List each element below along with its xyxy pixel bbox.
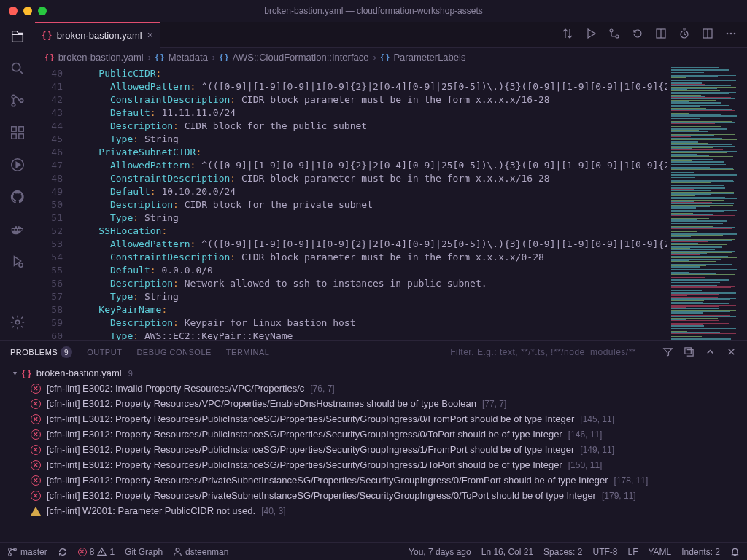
window-controls [0,7,47,15]
svg-point-16 [616,35,619,38]
problem-item[interactable]: ✕[cfn-lint] E3012: Property Resources/Pu… [7,442,740,457]
more-icon[interactable] [725,28,737,42]
status-errors[interactable]: ✕8 1 [78,547,115,557]
search-icon[interactable] [9,60,26,77]
status-branch[interactable]: master [7,547,47,557]
yaml-file-icon: { } [42,30,52,40]
svg-point-28 [9,548,12,551]
preview-icon[interactable] [655,28,667,42]
debug-alt-icon[interactable] [9,252,26,270]
chevron-up-icon[interactable] [705,346,716,359]
problem-item[interactable]: ✕[cfn-lint] E3012: Property Resources/Pu… [7,457,740,472]
github-icon[interactable] [9,188,26,206]
problem-item[interactable]: ✕[cfn-lint] E3012: Property Resources/Pr… [7,488,740,503]
problems-list: ▾ { } broken-bastion.yaml 9 ✕[cfn-lint] … [0,364,747,542]
problems-file-name: broken-bastion.yaml [36,368,122,378]
activity-bar [0,22,35,340]
window-close[interactable] [9,7,18,15]
problems-file-count: 9 [128,369,133,378]
breadcrumb[interactable]: { } broken-bastion.yaml › { } Metadata ›… [35,48,747,66]
filter-icon[interactable] [662,346,673,359]
status-spaces[interactable]: Spaces: 2 [543,547,582,557]
breadcrumb-file[interactable]: broken-bastion.yaml [58,52,144,63]
status-bell-icon[interactable] [730,547,740,556]
run-file-icon[interactable] [585,28,597,42]
problem-message: [cfn-lint] E3012: Property Resources/Pri… [47,490,596,501]
file-icon: { } [45,52,54,61]
svg-rect-25 [685,347,691,353]
compare-icon[interactable] [562,28,573,42]
svg-point-24 [734,33,736,35]
problem-location: [76, 7] [310,384,334,394]
extensions-icon[interactable] [9,124,26,141]
svg-point-15 [610,29,613,32]
breadcrumb-paramlabels[interactable]: ParameterLabels [393,52,465,63]
tab-debug-console[interactable]: DEBUG CONSOLE [136,348,211,357]
run-icon[interactable] [9,156,26,174]
timer-icon[interactable] [678,28,690,42]
svg-marker-11 [14,257,20,266]
bottom-panel: PROBLEMS9 OUTPUT DEBUG CONSOLE TERMINAL … [0,340,747,542]
problem-message: [cfn-lint] E3012: Property Resources/Pub… [47,413,574,424]
status-eol[interactable]: LF [627,547,638,557]
status-indents[interactable]: Indents: 2 [681,547,720,557]
window-maximize[interactable] [38,7,47,15]
problems-file-row[interactable]: ▾ { } broken-bastion.yaml 9 [7,365,740,381]
error-icon: ✕ [31,414,41,424]
line-gutter: 40 41 42 43 44 45 46 47 48 49 50 51 52 5… [35,66,76,340]
svg-line-1 [20,71,23,74]
editor-actions [562,28,747,42]
error-icon: ✕ [31,460,41,470]
revert-icon[interactable] [632,28,643,42]
window-minimize[interactable] [23,7,32,15]
svg-rect-5 [12,127,16,131]
error-icon: ✕ [31,445,41,455]
status-sync[interactable] [58,547,68,557]
error-icon: ✕ [31,399,41,409]
problem-message: [cfn-lint] E3012: Property Resources/VPC… [47,398,476,409]
close-panel-icon[interactable] [726,346,737,359]
tab-output[interactable]: OUTPUT [87,348,122,357]
tab-terminal[interactable]: TERMINAL [226,348,270,357]
explorer-icon[interactable] [9,28,26,45]
problem-message: [cfn-lint] E3012: Property Resources/Pub… [47,429,562,440]
problem-item[interactable]: ✕[cfn-lint] E3012: Property Resources/VP… [7,396,740,411]
status-language[interactable]: YAML [648,547,671,557]
status-position[interactable]: Ln 16, Col 21 [481,547,533,557]
status-gitgraph[interactable]: Git Graph [125,547,163,557]
problem-item[interactable]: [cfn-lint] W2001: Parameter PublicCIDR n… [7,503,740,518]
minimap[interactable] [667,66,747,340]
problem-item[interactable]: ✕[cfn-lint] E3012: Property Resources/Pu… [7,411,740,427]
split-editor-icon[interactable] [702,28,713,42]
collapse-all-icon[interactable] [684,346,694,359]
svg-point-12 [19,263,23,268]
problem-item[interactable]: ✕[cfn-lint] E3012: Property Resources/Pr… [7,472,740,488]
git-icon[interactable] [608,28,620,42]
tab-problems[interactable]: PROBLEMS9 [10,346,72,358]
tab-broken-bastion[interactable]: { } broken-bastion.yaml × [35,22,160,48]
docker-icon[interactable] [9,220,26,238]
source-control-icon[interactable] [9,92,26,109]
chevron-down-icon: ▾ [13,369,17,377]
status-encoding[interactable]: UTF-8 [592,547,617,557]
problems-filter[interactable]: Filter. E.g.: text, **/*.ts, !**/node_mo… [450,347,636,357]
code-editor[interactable]: PublicCIDR: AllowedPattern: ^(([0-9]|[1-… [76,66,667,340]
problem-item[interactable]: ✕[cfn-lint] E3002: Invalid Property Reso… [7,381,740,396]
problem-item[interactable]: ✕[cfn-lint] E3012: Property Resources/Pu… [7,427,740,442]
status-blame[interactable]: You, 7 days ago [409,547,471,557]
status-bar: master ✕8 1 Git Graph dsteenman You, 7 d… [0,542,747,560]
settings-gear-icon[interactable] [9,314,26,331]
problem-location: [150, 11] [568,460,603,470]
tab-close-icon[interactable]: × [147,29,153,41]
yaml-file-icon: { } [22,368,31,378]
titlebar: broken-bastion.yaml — cloudformation-wor… [0,0,747,22]
svg-rect-6 [12,134,16,139]
tab-label: broken-bastion.yaml [57,30,142,41]
problem-location: [146, 11] [568,429,603,440]
status-user[interactable]: dsteenman [173,547,228,557]
svg-point-22 [727,33,729,35]
breadcrumb-metadata[interactable]: Metadata [169,52,208,63]
breadcrumb-interface[interactable]: AWS::CloudFormation::Interface [233,52,369,63]
problem-location: [149, 11] [580,445,614,455]
svg-marker-10 [16,162,20,167]
